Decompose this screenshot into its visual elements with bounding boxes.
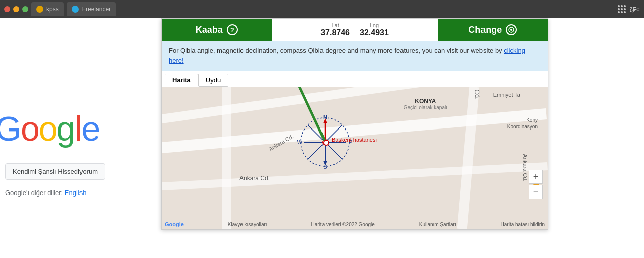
page-content: Google Kendimi Şanslı Hissediyorum Googl…	[0, 18, 644, 258]
change-button[interactable]: Change	[438, 19, 548, 41]
terms-link[interactable]: Kullanım Şartları	[419, 222, 456, 227]
emniyet-label: Emniyet Ta	[493, 92, 520, 98]
browser-bar: kpss Freelancer ζ₣¢	[0, 0, 644, 18]
profile-icon[interactable]: ζ₣¢	[630, 6, 640, 13]
tab-uydu-label: Uydu	[206, 76, 221, 84]
konya-koor-line2: Koordinasyon	[507, 123, 538, 130]
tab-kpss[interactable]: kpss	[31, 2, 64, 16]
svg-line-12	[308, 142, 325, 159]
google-logo-o2: o	[39, 109, 57, 148]
change-label: Change	[468, 25, 502, 35]
location-marker	[323, 140, 329, 146]
google-logo-g2: g	[57, 109, 75, 148]
google-lang-english-link[interactable]: English	[65, 189, 87, 197]
change-location-icon	[506, 24, 517, 35]
coordinates-section: Lat 37.8746 Lng 32.4931	[272, 19, 437, 41]
svg-point-1	[510, 29, 512, 31]
window-minimize-dot[interactable]	[13, 6, 19, 12]
google-logo-e: e	[82, 109, 100, 148]
lat-label: Lat	[331, 22, 339, 28]
tab-uydu[interactable]: Uydu	[198, 74, 228, 87]
extension-topbar: Kaaba ? Lat 37.8746 Lng 32.4931 Change	[162, 19, 548, 41]
extension-panel: Kaaba ? Lat 37.8746 Lng 32.4931 Change	[161, 18, 548, 230]
konya-label: KONYA Geçici olarak kapalı	[404, 98, 447, 110]
google-logo: Google	[0, 109, 99, 148]
apps-grid-icon[interactable]	[618, 5, 626, 13]
tab-harita[interactable]: Harita	[165, 74, 198, 87]
latitude-group: Lat 37.8746	[320, 22, 350, 37]
tab-kpss-label: kpss	[46, 6, 59, 13]
svg-text:N: N	[323, 114, 327, 120]
tab-freelancer[interactable]: Freelancer	[67, 2, 116, 16]
konya-name: KONYA	[404, 98, 447, 105]
kaaba-section: Kaaba ?	[162, 24, 272, 35]
google-language-bar: Google'ı diğer diller: English	[5, 189, 86, 197]
google-buttons: Kendimi Şanslı Hissediyorum	[5, 163, 105, 180]
freelancer-favicon	[72, 6, 79, 13]
konya-sub: Geçici olarak kapalı	[404, 105, 447, 110]
feeling-lucky-button[interactable]: Kendimi Şanslı Hissediyorum	[5, 163, 105, 180]
zoom-controls: + −	[529, 170, 543, 199]
window-close-dot[interactable]	[4, 6, 10, 12]
zoom-out-button[interactable]: −	[529, 185, 543, 199]
google-logo-o1: o	[21, 109, 39, 148]
tab-harita-label: Harita	[172, 76, 191, 84]
map-data-credit: Harita verileri ©2022 Google	[311, 222, 375, 227]
baskent-label: Başkent hastanesi	[332, 137, 377, 143]
kaaba-help-button[interactable]: ?	[227, 24, 238, 35]
konya-koor-label: Kony Koordinasyon	[507, 117, 538, 130]
info-text: For Qibla angle, magnetic declination, c…	[169, 47, 504, 54]
tab-freelancer-label: Freelancer	[82, 6, 111, 13]
svg-text:S: S	[323, 164, 327, 170]
google-logo-g: G	[0, 109, 21, 148]
road-lower	[162, 162, 548, 190]
map-footer: Google Klavye kısayolları Harita veriler…	[165, 221, 545, 227]
map-area[interactable]: Cd. Emniyet Ta Kony Koordinasyon KONYA G…	[162, 87, 548, 229]
longitude-group: Lng 32.4931	[360, 22, 389, 37]
ankara-cd-right-label: Ankara Cd.	[522, 154, 528, 181]
google-lang-prefix: Google'ı diğer diller:	[5, 189, 65, 197]
keyboard-shortcuts[interactable]: Klavye kısayolları	[228, 222, 267, 227]
window-maximize-dot[interactable]	[22, 6, 28, 12]
map-tabs: Harita Uydu	[162, 71, 548, 87]
ankara-cd-bottom-label: Ankara Cd.	[239, 175, 270, 182]
info-banner: For Qibla angle, magnetic declination, c…	[162, 41, 548, 71]
zoom-in-button[interactable]: +	[529, 170, 543, 184]
lat-value: 37.8746	[320, 28, 350, 37]
help-question-mark: ?	[230, 26, 234, 34]
road-vertical-1	[222, 87, 231, 229]
konya-koor-line1: Kony	[507, 117, 538, 123]
google-background: Google Kendimi Şanslı Hissediyorum Googl…	[0, 18, 161, 258]
kpss-favicon	[36, 6, 43, 13]
kaaba-label: Kaaba	[196, 25, 223, 35]
lng-value: 32.4931	[360, 28, 389, 37]
road-vertical-right	[457, 87, 480, 229]
google-maps-logo: Google	[165, 221, 184, 227]
cd-label: Cd.	[473, 89, 482, 100]
browser-right-icons: ζ₣¢	[618, 5, 640, 13]
lng-label: Lng	[370, 22, 379, 28]
google-logo-l: l	[74, 109, 81, 148]
report-error-link[interactable]: Harita hatası bildirin	[501, 222, 545, 227]
svg-text:W: W	[297, 139, 303, 145]
